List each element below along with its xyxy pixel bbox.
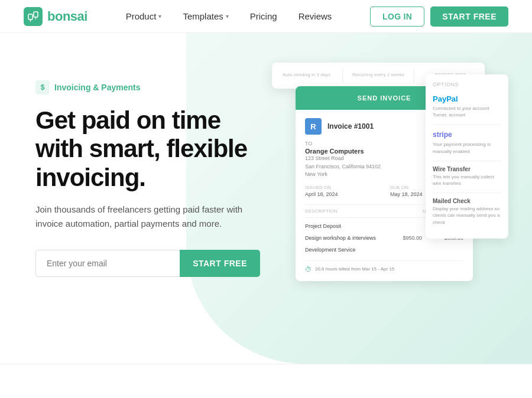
recipient-avatar: R	[305, 118, 322, 135]
topbar-divider	[342, 68, 343, 83]
chevron-down-icon: ▾	[226, 13, 229, 19]
start-free-nav-button[interactable]: START FREE	[430, 6, 508, 27]
invoice-mockup: Auto-sending in 3 days Recurring every 2…	[260, 63, 508, 299]
bottom-section: Start using smart invoices designed to s…	[0, 364, 532, 398]
divider-3	[433, 193, 501, 193]
nav-reviews[interactable]: Reviews	[289, 6, 342, 26]
nav-actions: LOG IN START FREE	[370, 6, 508, 27]
svg-rect-1	[34, 12, 38, 17]
logo[interactable]: bonsai	[24, 7, 87, 26]
hero-content: $ Invoicing & Payments Get paid on time …	[35, 68, 260, 277]
hero-image: Auto-sending in 3 days Recurring every 2…	[260, 68, 508, 299]
nav-templates[interactable]: Templates ▾	[173, 6, 238, 26]
hero-cta: START FREE	[35, 250, 260, 277]
logo-icon	[24, 7, 43, 26]
nav-links: Product ▾ Templates ▾ Pricing Reviews	[116, 6, 342, 26]
hero-badge: $ Invoicing & Payments	[35, 80, 260, 94]
logo-text: bonsai	[47, 9, 87, 24]
chevron-down-icon: ▾	[158, 13, 161, 19]
topbar-divider-2	[414, 68, 414, 83]
issued-date: ISSUED ON April 18, 2024	[305, 185, 378, 197]
hero-title: Get paid on time with smart, flexible in…	[35, 106, 260, 192]
timer-icon: ⏱	[305, 266, 312, 273]
login-button[interactable]: LOG IN	[370, 6, 424, 27]
divider-2	[433, 161, 501, 161]
payment-option-check: Mailed Check Display your mailing addres…	[433, 198, 501, 226]
options-card: OPTIONS PayPal Connected to your account…	[426, 74, 508, 239]
invoice-line-3: Development Service	[305, 244, 463, 256]
divider	[433, 124, 501, 125]
hero-section: $ Invoicing & Payments Get paid on time …	[0, 33, 532, 364]
paypal-logo: PayPal	[433, 93, 501, 104]
topbar-item-1: Auto-sending in 3 days	[280, 72, 333, 79]
svg-rect-0	[28, 14, 33, 19]
invoicing-icon: $	[35, 80, 50, 94]
payment-option-paypal: PayPal Connected to your account Turner,…	[433, 93, 501, 118]
email-input[interactable]	[35, 250, 180, 277]
start-free-hero-button[interactable]: START FREE	[180, 250, 260, 277]
topbar-item-2: Recurring every 2 weeks	[352, 72, 405, 79]
invoice-timer-row: ⏱ 20.6 hours billed from Mar 15 - Apr 15	[305, 260, 463, 273]
nav-pricing[interactable]: Pricing	[241, 6, 287, 26]
payment-option-wire: Wire Transfer This lets you manually col…	[433, 166, 501, 187]
hero-subtitle: Join thousands of freelancers getting pa…	[35, 203, 248, 231]
navbar: bonsai Product ▾ Templates ▾ Pricing Rev…	[0, 0, 532, 33]
payment-option-stripe: stripe Your payment processing is manual…	[433, 129, 501, 154]
nav-product[interactable]: Product ▾	[116, 6, 171, 26]
stripe-logo: stripe	[433, 129, 501, 140]
